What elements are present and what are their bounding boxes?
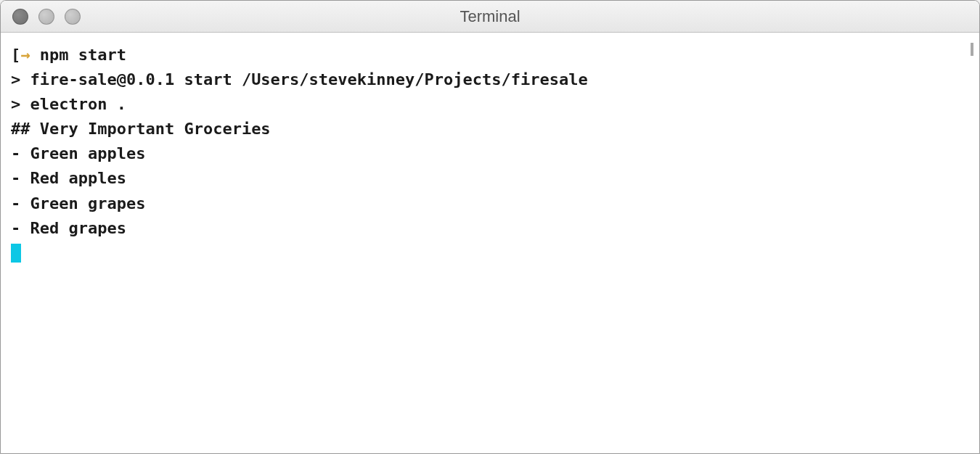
close-button[interactable]: [12, 9, 28, 25]
maximize-button[interactable]: [65, 9, 81, 25]
command-text: npm start: [40, 46, 126, 64]
title-bar[interactable]: Terminal: [1, 1, 979, 33]
window-title: Terminal: [460, 7, 520, 26]
prompt-arrow-icon: →: [20, 46, 30, 64]
traffic-lights: [1, 9, 81, 25]
terminal-line-output: - Red grapes: [11, 216, 969, 241]
terminal-line-output: > fire-sale@0.0.1 start /Users/stevekinn…: [11, 67, 969, 92]
terminal-line-output: - Red apples: [11, 166, 969, 191]
terminal-command-line: [→ npm start: [11, 43, 969, 67]
terminal-window: Terminal [→ npm start> fire-sale@0.0.1 s…: [0, 0, 980, 454]
terminal-line-output: - Green grapes: [11, 191, 969, 216]
minimize-button[interactable]: [38, 9, 54, 25]
terminal-line-output: > electron .: [11, 92, 969, 117]
bracket-left: [: [11, 46, 20, 64]
cursor-icon: [11, 244, 21, 263]
terminal-line-output: - Green apples: [11, 141, 969, 166]
terminal-content[interactable]: [→ npm start> fire-sale@0.0.1 start /Use…: [1, 33, 979, 453]
terminal-line-output: ## Very Important Groceries: [11, 117, 969, 141]
